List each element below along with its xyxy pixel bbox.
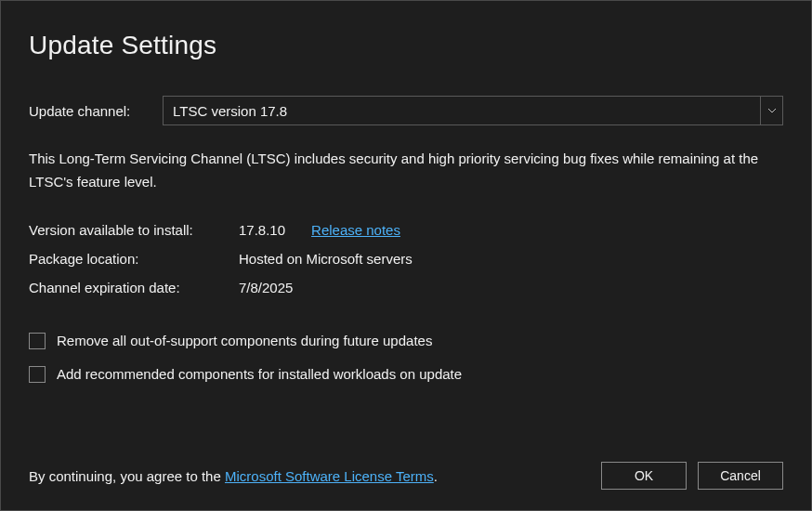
cancel-button[interactable]: Cancel	[698, 462, 783, 490]
version-row: Version available to install: 17.8.10 Re…	[29, 222, 783, 238]
footer-buttons: OK Cancel	[601, 462, 783, 490]
package-location-value: Hosted on Microsoft servers	[239, 251, 413, 267]
expiration-value: 7/8/2025	[239, 280, 293, 295]
add-recommended-checkbox-row[interactable]: Add recommended components for installed…	[29, 366, 783, 383]
expiration-label: Channel expiration date:	[29, 280, 239, 295]
license-terms-link[interactable]: Microsoft Software License Terms	[225, 468, 434, 484]
update-channel-label: Update channel:	[29, 103, 163, 119]
version-label: Version available to install:	[29, 222, 239, 238]
dialog-title: Update Settings	[29, 31, 783, 60]
chevron-down-icon[interactable]	[760, 97, 782, 124]
release-notes-link[interactable]: Release notes	[311, 222, 400, 238]
info-section: Version available to install: 17.8.10 Re…	[29, 222, 783, 308]
agree-suffix: .	[434, 468, 438, 484]
package-location-label: Package location:	[29, 251, 239, 267]
remove-oos-checkbox[interactable]	[29, 333, 46, 349]
update-settings-dialog: Update Settings Update channel: LTSC ver…	[0, 0, 812, 511]
add-recommended-label: Add recommended components for installed…	[57, 366, 462, 382]
update-channel-row: Update channel: LTSC version 17.8	[29, 96, 783, 125]
package-location-row: Package location: Hosted on Microsoft se…	[29, 251, 783, 267]
dialog-footer: By continuing, you agree to the Microsof…	[29, 462, 783, 490]
version-value: 17.8.10	[239, 222, 285, 238]
add-recommended-checkbox[interactable]	[29, 366, 46, 383]
remove-oos-checkbox-row[interactable]: Remove all out-of-support components dur…	[29, 333, 783, 349]
ok-button[interactable]: OK	[601, 462, 687, 490]
update-channel-dropdown[interactable]: LTSC version 17.8	[163, 96, 783, 125]
remove-oos-label: Remove all out-of-support components dur…	[57, 333, 432, 348]
update-channel-selected: LTSC version 17.8	[164, 103, 760, 119]
channel-description: This Long-Term Servicing Channel (LTSC) …	[29, 148, 783, 194]
license-agreement-text: By continuing, you agree to the Microsof…	[29, 468, 438, 484]
agree-prefix: By continuing, you agree to the	[29, 468, 225, 484]
expiration-row: Channel expiration date: 7/8/2025	[29, 280, 783, 295]
